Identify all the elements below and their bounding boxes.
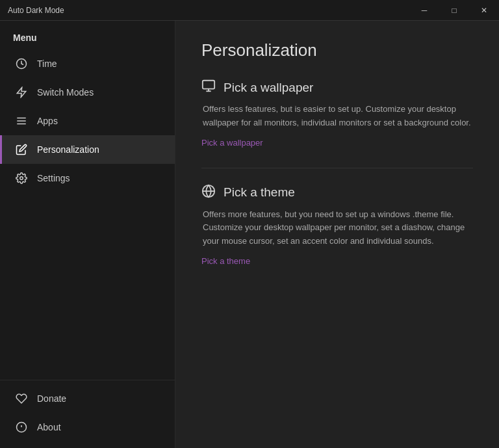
wallpaper-card: Pick a wallpaper Offers less features, b… [201, 79, 473, 148]
sidebar-item-personalization-label: Personalization [37, 144, 99, 155]
switch-modes-icon [15, 86, 28, 99]
theme-card-icon [201, 184, 216, 202]
page-title: Personalization [201, 40, 473, 60]
theme-card: Pick a theme Offers more features, but y… [201, 184, 473, 267]
sidebar-item-apps[interactable]: Apps [0, 107, 175, 135]
wallpaper-card-icon [201, 79, 216, 96]
sidebar-item-time-label: Time [37, 59, 57, 69]
sidebar-item-apps-label: Apps [37, 116, 58, 126]
title-bar: Auto Dark Mode ─ □ ✕ [0, 0, 499, 21]
minimize-button[interactable]: ─ [409, 0, 439, 21]
close-button[interactable]: ✕ [469, 0, 499, 21]
theme-card-title: Pick a theme [224, 185, 295, 200]
settings-icon [15, 172, 28, 185]
wallpaper-card-description: Offers less features, but is easier to s… [201, 103, 473, 130]
app-title: Auto Dark Mode [8, 6, 64, 15]
svg-point-5 [20, 177, 23, 180]
wallpaper-card-link[interactable]: Pick a wallpaper [201, 138, 263, 148]
wallpaper-card-header: Pick a wallpaper [201, 79, 473, 96]
theme-card-header: Pick a theme [201, 184, 473, 202]
theme-card-description: Offers more features, but you need to se… [201, 208, 473, 248]
personalization-icon [15, 143, 28, 156]
main-content: Personalization Pick a wallpaper Offers … [175, 21, 499, 448]
svg-marker-1 [17, 88, 26, 98]
sidebar-item-time[interactable]: Time [0, 49, 175, 78]
time-icon [15, 57, 28, 70]
sidebar: Menu Time Switch Modes [0, 21, 175, 448]
sidebar-item-switch-modes[interactable]: Switch Modes [0, 78, 175, 107]
sidebar-item-settings-label: Settings [37, 173, 70, 183]
donate-icon [15, 392, 28, 405]
window-controls: ─ □ ✕ [409, 0, 499, 20]
sidebar-item-donate[interactable]: Donate [0, 384, 175, 413]
sidebar-item-about[interactable]: About [0, 413, 175, 441]
card-divider [201, 168, 473, 168]
svg-rect-9 [203, 81, 214, 89]
wallpaper-card-title: Pick a wallpaper [224, 81, 313, 95]
app-body: Menu Time Switch Modes [0, 21, 499, 448]
sidebar-item-about-label: About [37, 422, 61, 432]
theme-card-link[interactable]: Pick a theme [201, 256, 250, 266]
sidebar-bottom: Donate About [0, 380, 175, 448]
sidebar-item-switch-modes-label: Switch Modes [37, 87, 94, 98]
maximize-button[interactable]: □ [439, 0, 469, 21]
sidebar-nav: Time Switch Modes [0, 49, 175, 380]
sidebar-item-donate-label: Donate [37, 393, 66, 404]
apps-icon [15, 114, 28, 127]
about-icon [15, 421, 28, 434]
sidebar-menu-label: Menu [0, 21, 175, 49]
sidebar-item-settings[interactable]: Settings [0, 164, 175, 192]
sidebar-item-personalization[interactable]: Personalization [0, 135, 175, 164]
